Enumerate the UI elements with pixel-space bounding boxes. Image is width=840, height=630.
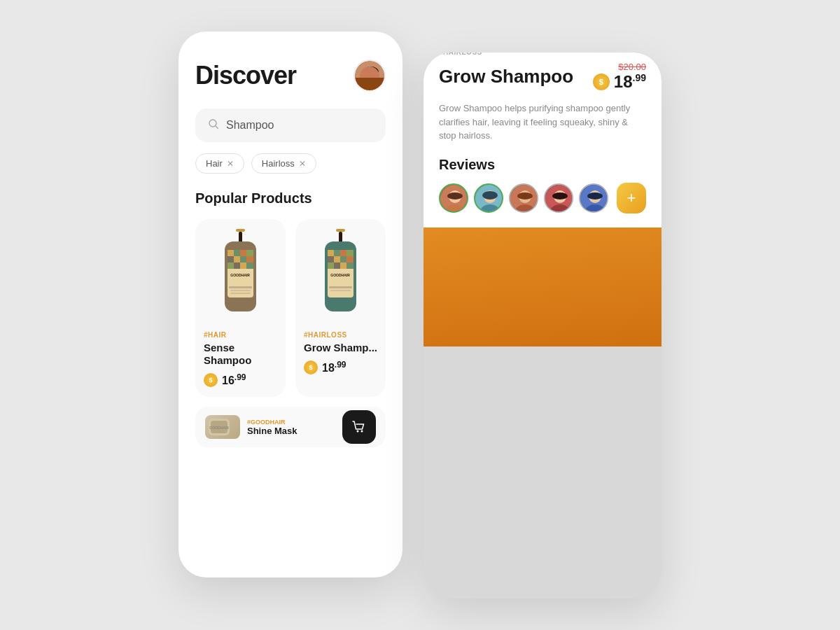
popular-products-title: Popular Products xyxy=(195,190,386,206)
coin-icon-2: $ xyxy=(304,360,318,374)
product-image-sense: GOODHAIR xyxy=(204,230,277,321)
bottom-name: Shine Mask xyxy=(247,426,340,436)
bottom-brand: #GOODHAIR xyxy=(247,419,340,426)
filter-tag-hair[interactable]: Hair ✕ xyxy=(195,153,244,174)
filter-label-hairloss: Hairloss xyxy=(262,158,295,169)
current-price: 18.99 xyxy=(614,72,646,92)
filter-close-hair[interactable]: ✕ xyxy=(227,159,234,169)
screen-header: Discover xyxy=(195,59,386,92)
product-tag-1: #HAIR xyxy=(204,331,277,339)
svg-rect-23 xyxy=(240,262,246,269)
svg-rect-19 xyxy=(240,256,246,262)
svg-rect-13 xyxy=(227,250,234,256)
svg-rect-81 xyxy=(447,192,463,200)
svg-rect-39 xyxy=(340,256,346,262)
svg-point-51 xyxy=(357,430,359,433)
svg-rect-41 xyxy=(328,262,334,269)
svg-rect-9 xyxy=(236,229,245,232)
products-grid: GOODHAIR #HAIR Sense Shampoo $ 16.99 xyxy=(195,219,386,397)
svg-point-3 xyxy=(361,82,381,90)
cart-button[interactable] xyxy=(342,410,376,444)
svg-rect-36 xyxy=(346,250,354,256)
filter-tags: Hair ✕ Hairloss ✕ xyxy=(195,153,386,174)
svg-rect-24 xyxy=(246,262,253,269)
svg-rect-16 xyxy=(246,250,253,256)
product-tag-2: #HAIRLOSS xyxy=(304,331,377,339)
svg-point-52 xyxy=(361,430,363,433)
product-detail-screen: GOODHAIR xyxy=(424,52,662,598)
price-cents-1: .99 xyxy=(234,372,246,382)
detail-header: Grow Shampoo $20.00 $ 18.99 xyxy=(439,62,646,92)
svg-rect-28 xyxy=(230,293,251,294)
svg-rect-20 xyxy=(246,256,253,262)
reviewer-2[interactable] xyxy=(474,183,503,213)
bottom-bar: GOODHAIR #GOODHAIR Shine Mask $ 10 xyxy=(195,407,386,447)
product-image-grow: GOODHAIR xyxy=(304,230,377,321)
reviews-title: Reviews xyxy=(439,157,646,173)
svg-rect-85 xyxy=(482,191,498,200)
reviewer-1[interactable] xyxy=(439,183,468,213)
svg-rect-26 xyxy=(229,286,252,288)
detail-product-name: Grow Shampoo xyxy=(439,66,573,87)
svg-rect-44 xyxy=(346,262,354,269)
price-cents-2: .99 xyxy=(335,360,346,370)
product-card-sense-shampoo[interactable]: GOODHAIR #HAIR Sense Shampoo $ 16.99 xyxy=(195,219,286,397)
coin-icon-detail: $ xyxy=(593,74,610,90)
svg-rect-93 xyxy=(552,192,568,200)
discover-screen: Discover xyxy=(178,31,402,578)
svg-rect-35 xyxy=(340,250,346,256)
filter-label-hair: Hair xyxy=(206,158,223,169)
svg-rect-42 xyxy=(334,262,340,269)
bottom-product-info: #GOODHAIR Shine Mask xyxy=(247,419,340,436)
app-container: Discover xyxy=(0,4,840,626)
svg-rect-27 xyxy=(230,290,251,291)
svg-rect-21 xyxy=(227,262,234,269)
detail-tag: #HAIRLOSS xyxy=(439,52,646,56)
reviewer-3[interactable] xyxy=(509,183,538,213)
svg-point-4 xyxy=(365,69,377,80)
reviews-row: + xyxy=(439,183,646,214)
detail-description: Grow Shampoo helps purifying shampoo gen… xyxy=(439,102,646,143)
svg-rect-15 xyxy=(240,250,246,256)
svg-point-1 xyxy=(365,68,377,82)
current-price-row: $ 18.99 xyxy=(593,72,646,92)
svg-rect-22 xyxy=(234,262,240,269)
add-review-button[interactable]: + xyxy=(617,183,646,214)
svg-text:GOODHAIR: GOODHAIR xyxy=(330,273,350,277)
svg-rect-5 xyxy=(363,71,379,78)
filter-close-hairloss[interactable]: ✕ xyxy=(299,159,306,169)
page-title: Discover xyxy=(195,61,296,90)
search-icon xyxy=(208,118,219,132)
svg-text:GOODHAIR: GOODHAIR xyxy=(209,426,229,430)
svg-rect-34 xyxy=(334,250,340,256)
avatar-image xyxy=(355,61,384,90)
product-card-grow-shampoo[interactable]: GOODHAIR #HAIRLOSS Grow Shamp... $ 18.99 xyxy=(295,219,386,397)
bottle-sense-svg: GOODHAIR xyxy=(218,229,263,323)
svg-rect-46 xyxy=(329,286,352,288)
svg-point-6 xyxy=(368,78,374,80)
svg-rect-29 xyxy=(336,229,345,232)
filter-tag-hairloss[interactable]: Hairloss ✕ xyxy=(251,153,316,174)
price-main-1: 16 xyxy=(222,374,234,386)
reviewer-5[interactable] xyxy=(579,183,608,213)
product-name-2: Grow Shamp... xyxy=(304,342,377,354)
product-price-1: $ 16.99 xyxy=(204,372,277,387)
avatar[interactable] xyxy=(354,59,386,92)
coin-icon-1: $ xyxy=(204,373,218,387)
svg-rect-33 xyxy=(328,250,334,256)
svg-rect-40 xyxy=(346,256,354,262)
search-text: Shampoo xyxy=(226,119,274,132)
svg-text:GOODHAIR: GOODHAIR xyxy=(230,273,250,277)
svg-rect-89 xyxy=(517,192,533,200)
bottle-grow-svg: GOODHAIR xyxy=(318,229,363,323)
avatar-svg xyxy=(355,61,384,90)
search-bar[interactable]: Shampoo xyxy=(195,108,386,142)
svg-point-2 xyxy=(363,66,379,78)
svg-rect-18 xyxy=(234,256,240,262)
reviewer-4[interactable] xyxy=(544,183,573,213)
svg-point-0 xyxy=(355,61,384,90)
svg-rect-38 xyxy=(334,256,340,262)
svg-rect-37 xyxy=(328,256,334,262)
svg-rect-47 xyxy=(330,290,351,291)
svg-line-8 xyxy=(216,126,218,129)
